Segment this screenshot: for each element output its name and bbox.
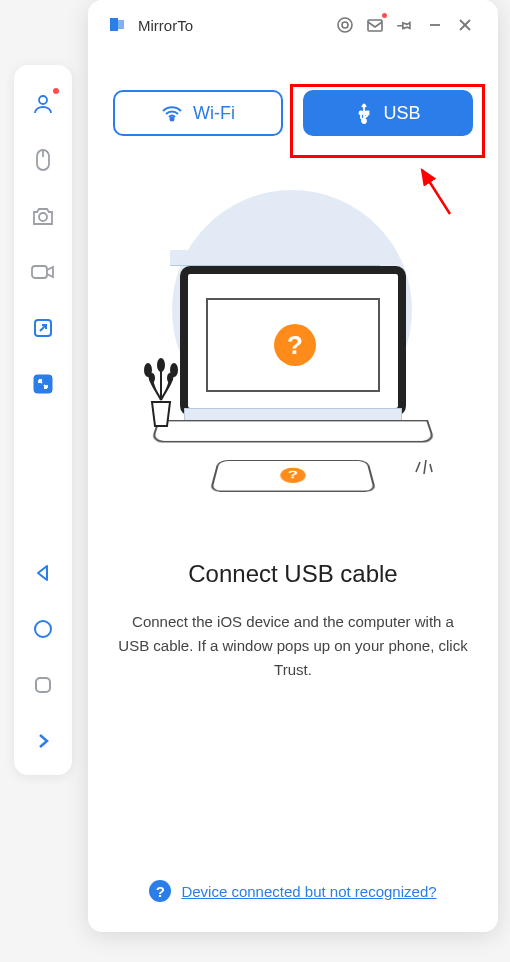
main-window: MirrorTo Wi-Fi USB [88, 0, 498, 932]
tab-usb[interactable]: USB [303, 90, 473, 136]
svg-rect-4 [32, 266, 47, 278]
sidebar-item-fullscreen[interactable] [29, 370, 57, 398]
sparkle-decoration [412, 454, 442, 478]
svg-rect-8 [36, 678, 50, 692]
titlebar-settings-icon[interactable] [330, 12, 360, 38]
svg-point-7 [35, 621, 51, 637]
sidebar-item-mouse[interactable] [29, 146, 57, 174]
question-icon: ? [280, 468, 306, 483]
sidebar-item-video[interactable] [29, 258, 57, 286]
svg-point-10 [342, 22, 348, 28]
phone-illustration: ? [209, 460, 376, 492]
svg-point-18 [362, 119, 366, 123]
svg-point-15 [171, 118, 174, 121]
sidebar-item-expand[interactable] [29, 314, 57, 342]
sidebar-item-forward[interactable] [29, 727, 57, 755]
sidebar-item-camera[interactable] [29, 202, 57, 230]
sidebar-item-recent[interactable] [29, 671, 57, 699]
app-title: MirrorTo [138, 17, 193, 34]
illustration-container: ? ? [88, 156, 498, 534]
svg-point-16 [360, 112, 363, 115]
wifi-icon [161, 104, 183, 122]
help-icon: ? [149, 880, 171, 902]
page-heading: Connect USB cable [88, 560, 498, 588]
page-description: Connect the iOS device and the computer … [88, 610, 498, 682]
svg-rect-6 [34, 375, 52, 393]
usb-icon [355, 102, 373, 124]
titlebar-pin-icon[interactable] [390, 12, 420, 38]
question-icon: ? [274, 324, 316, 366]
svg-rect-11 [368, 20, 382, 31]
svg-point-22 [149, 373, 155, 383]
notification-dot [382, 13, 387, 18]
svg-point-9 [338, 18, 352, 32]
connection-tabs: Wi-Fi USB [88, 50, 498, 156]
titlebar: MirrorTo [88, 0, 498, 50]
titlebar-mail-icon[interactable] [360, 12, 390, 38]
svg-point-23 [167, 373, 173, 383]
help-link[interactable]: Device connected but not recognized? [181, 883, 436, 900]
tab-usb-label: USB [383, 103, 420, 124]
svg-point-21 [157, 358, 165, 372]
titlebar-minimize-icon[interactable] [420, 12, 450, 38]
footer-help: ? Device connected but not recognized? [88, 854, 498, 932]
sidebar-item-home[interactable] [29, 615, 57, 643]
svg-point-0 [39, 96, 47, 104]
plant-decoration [138, 350, 184, 440]
tab-wifi-label: Wi-Fi [193, 103, 235, 124]
titlebar-close-icon[interactable] [450, 12, 480, 38]
notification-dot [53, 88, 59, 94]
tab-wifi[interactable]: Wi-Fi [113, 90, 283, 136]
sidebar [14, 65, 72, 775]
svg-rect-17 [366, 112, 369, 115]
sidebar-item-back[interactable] [29, 559, 57, 587]
svg-point-3 [39, 213, 47, 221]
sidebar-item-account[interactable] [29, 90, 57, 118]
app-logo-icon [106, 14, 128, 36]
connect-illustration: ? ? [138, 180, 448, 520]
